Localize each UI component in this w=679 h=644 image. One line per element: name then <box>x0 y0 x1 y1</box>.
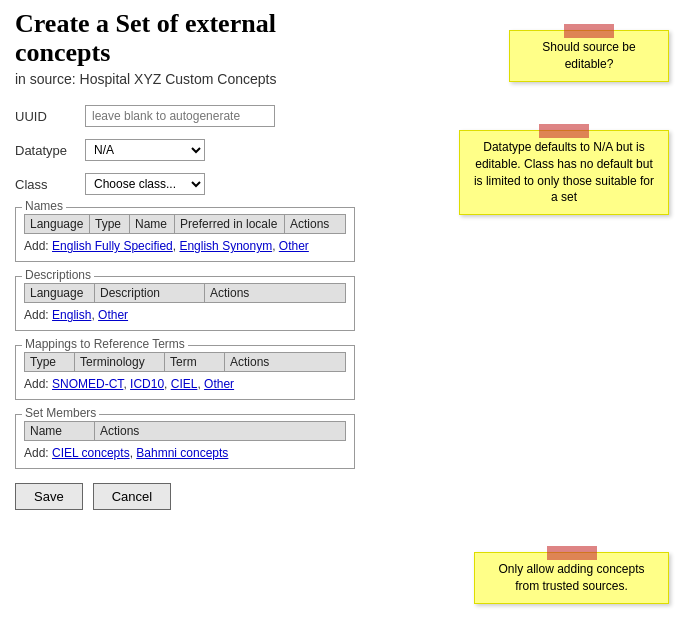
cancel-button[interactable]: Cancel <box>93 483 171 510</box>
sticky-note-source-editable: Should source be editable? <box>509 30 669 82</box>
names-col-language: Language <box>25 215 90 233</box>
descriptions-add-other[interactable]: Other <box>98 308 128 322</box>
mappings-section-title: Mappings to Reference Terms <box>22 337 188 351</box>
names-section: Names Language Type Name Preferred in lo… <box>15 207 355 262</box>
map-col-term: Term <box>165 353 225 371</box>
page-title: Create a Set of external concepts <box>15 10 355 67</box>
set-members-add-row: Add: CIEL concepts, Bahmni concepts <box>24 446 346 460</box>
sticky-note-datatype-info: Datatype defaults to N/A but is editable… <box>459 130 669 215</box>
descriptions-add-row: Add: English, Other <box>24 308 346 322</box>
datatype-label: Datatype <box>15 143 85 158</box>
set-members-add-label: Add: <box>24 446 52 460</box>
tape-decoration-3 <box>547 546 597 560</box>
mappings-table-header: Type Terminology Term Actions <box>24 352 346 372</box>
names-add-other[interactable]: Other <box>279 239 309 253</box>
desc-col-language: Language <box>25 284 95 302</box>
desc-col-actions: Actions <box>205 284 270 302</box>
map-col-terminology: Terminology <box>75 353 165 371</box>
mappings-add-row: Add: SNOMED-CT, ICD10, CIEL, Other <box>24 377 346 391</box>
sticky-note-trusted-sources: Only allow adding concepts from trusted … <box>474 552 669 604</box>
names-add-english-synonym[interactable]: English Synonym <box>179 239 272 253</box>
mappings-add-icd10[interactable]: ICD10 <box>130 377 164 391</box>
tape-decoration-2 <box>539 124 589 138</box>
tape-decoration-1 <box>564 24 614 38</box>
map-col-actions: Actions <box>225 353 290 371</box>
descriptions-section-title: Descriptions <box>22 268 94 282</box>
uuid-input[interactable] <box>85 105 275 127</box>
set-col-name: Name <box>25 422 95 440</box>
names-add-row: Add: English Fully Specified, English Sy… <box>24 239 346 253</box>
descriptions-section: Descriptions Language Description Action… <box>15 276 355 331</box>
map-col-type: Type <box>25 353 75 371</box>
names-col-actions: Actions <box>285 215 340 233</box>
set-members-add-bahmni[interactable]: Bahmni concepts <box>136 446 228 460</box>
set-members-section: Set Members Name Actions Add: CIEL conce… <box>15 414 355 469</box>
action-buttons: Save Cancel <box>15 483 355 510</box>
descriptions-add-label: Add: <box>24 308 52 322</box>
mappings-add-snomed[interactable]: SNOMED-CT <box>52 377 123 391</box>
set-members-add-ciel[interactable]: CIEL concepts <box>52 446 130 460</box>
mappings-section: Mappings to Reference Terms Type Termino… <box>15 345 355 400</box>
names-table-header: Language Type Name Preferred in locale A… <box>24 214 346 234</box>
names-add-english-fully-specified[interactable]: English Fully Specified <box>52 239 173 253</box>
mappings-add-ciel[interactable]: CIEL <box>171 377 198 391</box>
descriptions-add-english[interactable]: English <box>52 308 91 322</box>
save-button[interactable]: Save <box>15 483 83 510</box>
set-members-table-header: Name Actions <box>24 421 346 441</box>
names-section-title: Names <box>22 199 66 213</box>
mappings-add-other[interactable]: Other <box>204 377 234 391</box>
page-subtitle: in source: Hospital XYZ Custom Concepts <box>15 71 355 87</box>
uuid-label: UUID <box>15 109 85 124</box>
names-add-label: Add: <box>24 239 52 253</box>
names-col-type: Type <box>90 215 130 233</box>
descriptions-table-header: Language Description Actions <box>24 283 346 303</box>
names-col-name: Name <box>130 215 175 233</box>
datatype-select[interactable]: N/A <box>85 139 205 161</box>
set-members-section-title: Set Members <box>22 406 99 420</box>
desc-col-description: Description <box>95 284 205 302</box>
mappings-add-label: Add: <box>24 377 52 391</box>
class-select[interactable]: Choose class... <box>85 173 205 195</box>
names-col-preferred: Preferred in locale <box>175 215 285 233</box>
class-label: Class <box>15 177 85 192</box>
set-col-actions: Actions <box>95 422 155 440</box>
